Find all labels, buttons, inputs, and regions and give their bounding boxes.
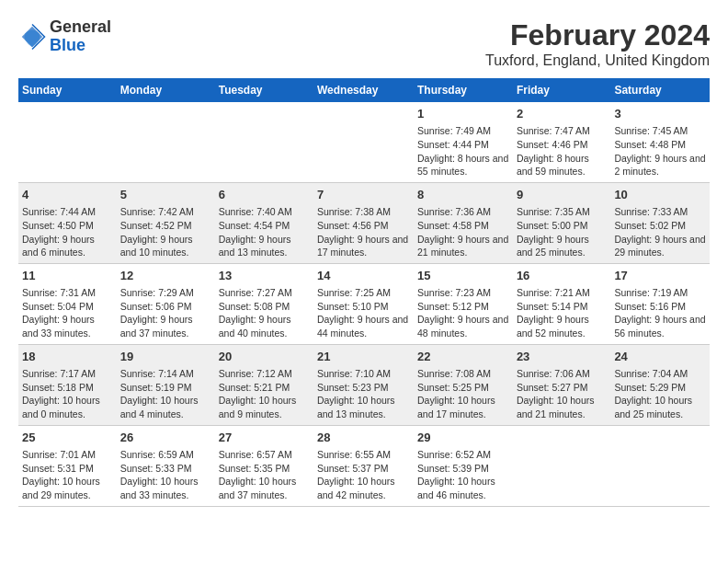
day-number: 29 [417, 430, 509, 446]
day-info: Sunrise: 7:04 AM [614, 367, 706, 381]
calendar-cell: 20Sunrise: 7:12 AMSunset: 5:21 PMDayligh… [215, 344, 313, 425]
day-info: Sunrise: 7:23 AM [417, 286, 509, 300]
calendar-cell: 14Sunrise: 7:25 AMSunset: 5:10 PMDayligh… [313, 263, 414, 344]
day-number: 1 [417, 106, 509, 122]
header-sunday: Sunday [18, 78, 117, 102]
day-number: 18 [22, 349, 113, 365]
header-thursday: Thursday [414, 78, 513, 102]
day-info: Daylight: 10 hours and 29 minutes. [22, 475, 113, 501]
calendar-cell: 9Sunrise: 7:35 AMSunset: 5:00 PMDaylight… [513, 182, 611, 263]
day-info: Sunrise: 7:35 AM [517, 205, 608, 219]
calendar-cell: 10Sunrise: 7:33 AMSunset: 5:02 PMDayligh… [610, 182, 710, 263]
day-info: Daylight: 9 hours and 40 minutes. [219, 313, 310, 339]
calendar-table: SundayMondayTuesdayWednesdayThursdayFrid… [18, 78, 710, 507]
day-info: Daylight: 9 hours and 21 minutes. [417, 233, 509, 259]
day-info: Sunset: 5:29 PM [614, 381, 706, 395]
day-number: 22 [417, 349, 509, 365]
subtitle: Tuxford, England, United Kingdom [485, 52, 710, 69]
logo-icon [18, 23, 46, 51]
day-info: Daylight: 9 hours and 37 minutes. [120, 313, 211, 339]
logo-text: General Blue [50, 18, 111, 55]
day-number: 2 [517, 106, 608, 122]
day-number: 4 [22, 187, 113, 203]
day-info: Daylight: 9 hours and 56 minutes. [614, 313, 706, 339]
day-info: Sunrise: 7:10 AM [317, 367, 410, 381]
day-info: Sunrise: 7:44 AM [22, 205, 113, 219]
header: General Blue February 2024 Tuxford, Engl… [18, 18, 710, 69]
day-info: Daylight: 9 hours and 29 minutes. [614, 233, 706, 259]
day-info: Sunrise: 7:12 AM [219, 367, 310, 381]
day-info: Sunrise: 7:33 AM [614, 205, 706, 219]
day-info: Sunset: 5:10 PM [317, 300, 410, 314]
calendar-cell [513, 425, 611, 506]
main-title: February 2024 [485, 18, 710, 52]
calendar-cell: 21Sunrise: 7:10 AMSunset: 5:23 PMDayligh… [313, 344, 414, 425]
day-info: Daylight: 9 hours and 52 minutes. [517, 313, 608, 339]
header-wednesday: Wednesday [313, 78, 414, 102]
day-info: Daylight: 10 hours and 25 minutes. [614, 394, 706, 420]
day-number: 27 [219, 430, 310, 446]
day-info: Daylight: 9 hours and 48 minutes. [417, 313, 509, 339]
day-info: Daylight: 10 hours and 21 minutes. [517, 394, 608, 420]
calendar-cell: 12Sunrise: 7:29 AMSunset: 5:06 PMDayligh… [117, 263, 215, 344]
calendar-cell [18, 102, 117, 182]
calendar-cell: 1Sunrise: 7:49 AMSunset: 4:44 PMDaylight… [414, 102, 513, 182]
day-info: Sunrise: 7:27 AM [219, 286, 310, 300]
calendar-cell: 28Sunrise: 6:55 AMSunset: 5:37 PMDayligh… [313, 425, 414, 506]
week-row-3: 11Sunrise: 7:31 AMSunset: 5:04 PMDayligh… [18, 263, 710, 344]
day-number: 12 [120, 268, 211, 284]
day-number: 7 [317, 187, 410, 203]
day-number: 5 [120, 187, 211, 203]
day-number: 3 [614, 106, 706, 122]
day-number: 20 [219, 349, 310, 365]
day-info: Daylight: 9 hours and 13 minutes. [219, 233, 310, 259]
day-info: Sunset: 5:00 PM [517, 219, 608, 233]
day-info: Daylight: 10 hours and 9 minutes. [219, 394, 310, 420]
day-number: 24 [614, 349, 706, 365]
day-info: Sunrise: 6:52 AM [417, 448, 509, 462]
calendar-cell [610, 425, 710, 506]
day-info: Sunset: 4:58 PM [417, 219, 509, 233]
day-info: Daylight: 8 hours and 59 minutes. [517, 152, 608, 178]
day-number: 8 [417, 187, 509, 203]
day-number: 9 [517, 187, 608, 203]
calendar-cell: 5Sunrise: 7:42 AMSunset: 4:52 PMDaylight… [117, 182, 215, 263]
day-info: Sunset: 5:14 PM [517, 300, 608, 314]
calendar-cell: 11Sunrise: 7:31 AMSunset: 5:04 PMDayligh… [18, 263, 117, 344]
calendar-cell: 23Sunrise: 7:06 AMSunset: 5:27 PMDayligh… [513, 344, 611, 425]
day-info: Sunrise: 7:17 AM [22, 367, 113, 381]
day-info: Sunrise: 7:45 AM [614, 124, 706, 138]
day-number: 17 [614, 268, 706, 284]
day-number: 16 [517, 268, 608, 284]
day-number: 28 [317, 430, 410, 446]
day-info: Sunset: 5:02 PM [614, 219, 706, 233]
day-info: Sunset: 5:06 PM [120, 300, 211, 314]
calendar-cell: 8Sunrise: 7:36 AMSunset: 4:58 PMDaylight… [414, 182, 513, 263]
day-info: Daylight: 10 hours and 42 minutes. [317, 475, 410, 501]
day-info: Sunset: 5:16 PM [614, 300, 706, 314]
day-info: Sunrise: 7:47 AM [517, 124, 608, 138]
day-number: 25 [22, 430, 113, 446]
day-info: Sunset: 5:18 PM [22, 381, 113, 395]
week-row-1: 1Sunrise: 7:49 AMSunset: 4:44 PMDaylight… [18, 102, 710, 182]
day-info: Daylight: 10 hours and 46 minutes. [417, 475, 509, 501]
day-info: Sunrise: 7:49 AM [417, 124, 509, 138]
week-row-2: 4Sunrise: 7:44 AMSunset: 4:50 PMDaylight… [18, 182, 710, 263]
day-info: Daylight: 9 hours and 33 minutes. [22, 313, 113, 339]
day-info: Sunset: 4:46 PM [517, 138, 608, 152]
day-info: Sunrise: 7:40 AM [219, 205, 310, 219]
calendar-cell: 26Sunrise: 6:59 AMSunset: 5:33 PMDayligh… [117, 425, 215, 506]
day-number: 23 [517, 349, 608, 365]
day-info: Sunset: 5:37 PM [317, 462, 410, 476]
day-info: Sunrise: 6:55 AM [317, 448, 410, 462]
day-info: Sunset: 5:31 PM [22, 462, 113, 476]
calendar-cell: 13Sunrise: 7:27 AMSunset: 5:08 PMDayligh… [215, 263, 313, 344]
week-row-5: 25Sunrise: 7:01 AMSunset: 5:31 PMDayligh… [18, 425, 710, 506]
day-info: Daylight: 9 hours and 2 minutes. [614, 152, 706, 178]
day-info: Sunrise: 7:21 AM [517, 286, 608, 300]
header-friday: Friday [513, 78, 611, 102]
day-info: Sunset: 4:52 PM [120, 219, 211, 233]
day-info: Sunrise: 7:25 AM [317, 286, 410, 300]
day-info: Sunset: 4:48 PM [614, 138, 706, 152]
calendar-cell: 4Sunrise: 7:44 AMSunset: 4:50 PMDaylight… [18, 182, 117, 263]
